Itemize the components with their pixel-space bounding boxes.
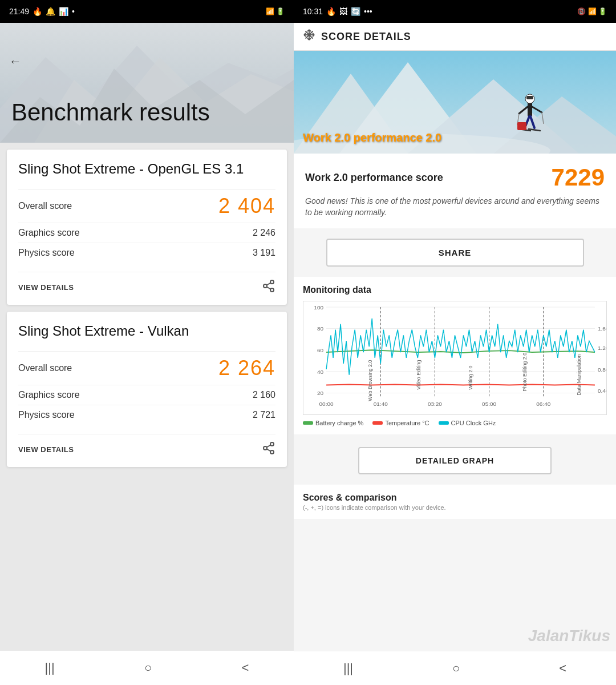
battery-legend-dot bbox=[303, 421, 313, 425]
right-image-icon: 🖼 bbox=[339, 7, 347, 16]
detailed-graph-button[interactable]: DETAILED GRAPH bbox=[358, 447, 552, 474]
work-score-value: 7229 bbox=[552, 164, 605, 191]
svg-line-7 bbox=[267, 287, 271, 289]
right-header: SCORE DETAILS bbox=[294, 23, 616, 51]
svg-point-9 bbox=[270, 442, 274, 446]
right-home-button[interactable]: ○ bbox=[452, 661, 460, 676]
right-content: Work 2.0 performance 2.0 Work 2.0 perfor… bbox=[294, 51, 616, 651]
opengl-share-icon[interactable] bbox=[262, 279, 275, 296]
svg-text:03:20: 03:20 bbox=[428, 401, 442, 407]
svg-text:1.6GHz: 1.6GHz bbox=[598, 326, 606, 332]
graphics-score-row: Graphics score 2 246 bbox=[18, 223, 275, 243]
svg-text:Video Editing: Video Editing bbox=[416, 360, 422, 390]
vulkan-view-details[interactable]: VIEW DETAILS bbox=[18, 445, 74, 454]
physics-score-value: 3 191 bbox=[253, 248, 275, 258]
vulkan-graphics-score-value: 2 160 bbox=[253, 390, 275, 400]
opengl-card-footer: VIEW DETAILS bbox=[18, 272, 275, 296]
cpu-legend-dot bbox=[439, 421, 449, 425]
monitoring-section: Monitoring data 100 80 60 40 bbox=[294, 277, 616, 434]
left-home-button[interactable]: ○ bbox=[144, 660, 152, 675]
opengl-card: Sling Shot Extreme - OpenGL ES 3.1 Overa… bbox=[7, 150, 287, 305]
svg-text:Web Browsing 2.0: Web Browsing 2.0 bbox=[367, 360, 373, 401]
hero-label-text: Work 2.0 performance bbox=[303, 131, 423, 144]
right-menu-button[interactable]: ||| bbox=[343, 661, 353, 676]
vulkan-physics-score-label: Physics score bbox=[18, 410, 75, 420]
svg-line-8 bbox=[267, 283, 271, 285]
right-nav-bar: ||| ○ < JalanTikus bbox=[294, 651, 616, 685]
vulkan-overall-score-row: Overall score 2 264 bbox=[18, 351, 275, 385]
svg-text:20: 20 bbox=[317, 390, 324, 397]
monitoring-title: Monitoring data bbox=[303, 285, 607, 295]
vulkan-share-icon[interactable] bbox=[262, 441, 275, 458]
opengl-view-details[interactable]: VIEW DETAILS bbox=[18, 283, 74, 292]
svg-text:0.8GHz: 0.8GHz bbox=[598, 366, 606, 373]
svg-text:60: 60 bbox=[317, 347, 324, 353]
hero-label: Work 2.0 performance 2.0 bbox=[303, 131, 441, 144]
svg-text:Writing 2.0: Writing 2.0 bbox=[468, 366, 473, 390]
svg-rect-34 bbox=[526, 96, 533, 99]
svg-rect-32 bbox=[528, 102, 532, 116]
svg-point-5 bbox=[264, 284, 267, 288]
back-button[interactable]: ← bbox=[9, 54, 22, 69]
vulkan-graphics-score-row: Graphics score 2 160 bbox=[18, 385, 275, 405]
signal-icons: 📶 🔋 bbox=[266, 7, 285, 15]
hero-title: Benchmark results bbox=[11, 99, 210, 126]
svg-text:100: 100 bbox=[314, 304, 323, 311]
svg-text:40: 40 bbox=[317, 369, 324, 375]
vulkan-overall-score-label: Overall score bbox=[18, 363, 72, 373]
page-title: SCORE DETAILS bbox=[321, 31, 411, 43]
temp-legend-dot bbox=[372, 421, 383, 425]
chart-legend: Battery charge % Temperature °C CPU Cloc… bbox=[303, 420, 607, 426]
vulkan-physics-score-row: Physics score 2 721 bbox=[18, 405, 275, 425]
left-menu-button[interactable]: ||| bbox=[45, 660, 55, 675]
scores-comparison-subtitle: (-, +, =) icons indicate comparison with… bbox=[303, 504, 607, 511]
svg-text:00:00: 00:00 bbox=[319, 401, 334, 407]
scores-comparison-section: Scores & comparison (-, +, =) icons indi… bbox=[294, 485, 616, 519]
vulkan-card: Sling Shot Extreme - Vulkan Overall scor… bbox=[7, 312, 287, 467]
svg-text:Data Manipulation: Data Manipulation bbox=[576, 354, 582, 396]
svg-text:06:40: 06:40 bbox=[536, 401, 550, 407]
work-score-description: Good news! This is one of the most power… bbox=[305, 196, 605, 218]
legend-battery: Battery charge % bbox=[303, 420, 363, 426]
fire-icon: 🔥 bbox=[33, 7, 42, 16]
right-time: 10:31 bbox=[303, 7, 323, 16]
svg-point-4 bbox=[270, 280, 274, 284]
svg-text:Photo Editing 2.0: Photo Editing 2.0 bbox=[522, 353, 528, 392]
right-panel: 10:31 🔥 🖼 🔄 ••• 📵 📶 🔋 SCORE DETAILS bbox=[294, 0, 616, 685]
chart-icon: 📊 bbox=[59, 7, 68, 16]
score-hero-image: Work 2.0 performance 2.0 bbox=[294, 51, 616, 154]
monitoring-chart: 100 80 60 40 20 1.6GHz 1.2GHz 0.8GHz 0.4… bbox=[303, 301, 607, 415]
right-fire-icon: 🔥 bbox=[326, 7, 336, 16]
score-section: Work 2.0 performance score 7229 Good new… bbox=[294, 154, 616, 228]
left-nav-bar: ||| ○ < bbox=[0, 651, 294, 685]
vulkan-card-footer: VIEW DETAILS bbox=[18, 434, 275, 458]
scores-comparison-title: Scores & comparison bbox=[303, 493, 607, 503]
right-status-bar: 10:31 🔥 🖼 🔄 ••• 📵 📶 🔋 bbox=[294, 0, 616, 23]
graphics-score-label: Graphics score bbox=[18, 228, 80, 238]
right-dots-icon: ••• bbox=[364, 7, 372, 16]
svg-text:0.4GHz: 0.4GHz bbox=[598, 388, 606, 394]
physics-score-label: Physics score bbox=[18, 248, 75, 258]
svg-text:05:00: 05:00 bbox=[482, 401, 496, 407]
share-button[interactable]: SHARE bbox=[326, 239, 584, 267]
svg-rect-43 bbox=[517, 122, 526, 130]
dot-icon: • bbox=[72, 7, 75, 16]
svg-point-11 bbox=[270, 450, 274, 454]
svg-line-13 bbox=[267, 445, 271, 447]
right-back-nav-button[interactable]: < bbox=[559, 661, 566, 676]
legend-cpu: CPU Clock GHz bbox=[439, 420, 496, 426]
physics-score-row: Physics score 3 191 bbox=[18, 243, 275, 263]
vulkan-graphics-score-label: Graphics score bbox=[18, 390, 80, 400]
svg-rect-44 bbox=[303, 301, 606, 414]
opengl-card-title: Sling Shot Extreme - OpenGL ES 3.1 bbox=[18, 161, 275, 178]
svg-text:1.2GHz: 1.2GHz bbox=[598, 345, 606, 351]
graphics-score-value: 2 246 bbox=[253, 228, 275, 238]
svg-text:80: 80 bbox=[317, 326, 324, 332]
overall-score-row: Overall score 2 404 bbox=[18, 189, 275, 223]
left-back-nav-button[interactable]: < bbox=[242, 660, 249, 675]
battery-legend-label: Battery charge % bbox=[315, 420, 363, 426]
right-sync-icon: 🔄 bbox=[351, 7, 360, 16]
snowflake-icon bbox=[303, 29, 315, 45]
vulkan-card-title: Sling Shot Extreme - Vulkan bbox=[18, 323, 275, 340]
svg-text:01:40: 01:40 bbox=[374, 401, 388, 407]
